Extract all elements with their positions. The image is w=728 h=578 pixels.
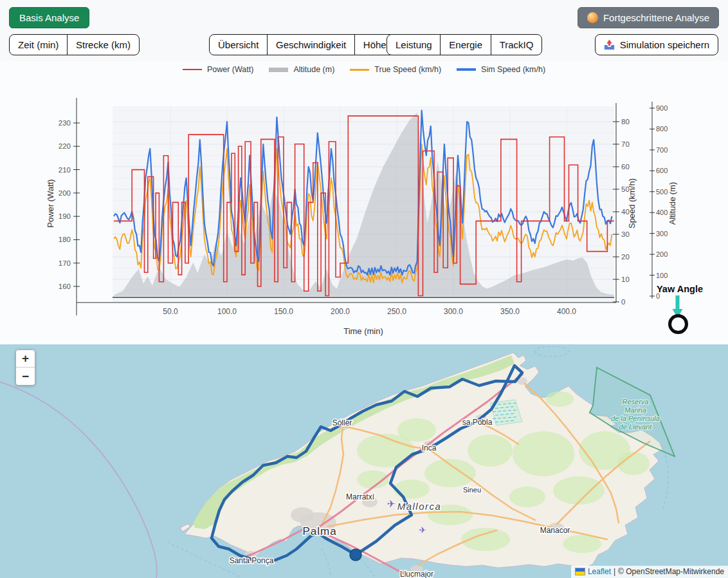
map-label-inca: Inca [422, 443, 437, 452]
speed-tick: 20 [621, 253, 630, 261]
altitude-tick: 700 [656, 146, 668, 154]
map-label-santa-pon-a: Santa Ponça [230, 556, 274, 565]
time-tick: 200.0 [331, 307, 350, 316]
time-tick: 250.0 [387, 307, 406, 316]
altitude-tick: 100 [656, 272, 668, 279]
legend-item-sim-speed-km-h[interactable]: Sim Speed (km/h) [457, 65, 545, 74]
map-zoom-out-button[interactable]: − [16, 368, 35, 385]
altitude-tick: 800 [656, 125, 668, 133]
legend-item-power-watt[interactable]: Power (Watt) [183, 65, 253, 74]
speed-tick: 60 [621, 163, 630, 171]
yaw-angle-label: Yaw Angle [653, 284, 706, 294]
legend-label: True Speed (km/h) [374, 65, 441, 74]
power-tick: 170 [59, 259, 71, 267]
map-zoom-control: + − [15, 350, 35, 386]
map-label-sa-pobla: sa Pobla [462, 418, 493, 427]
speed-tick: 80 [621, 118, 630, 126]
attribution-separator: | [614, 567, 615, 576]
time-tick: 400.0 [557, 307, 576, 316]
map-label-mallorca: Mallorca [397, 501, 442, 512]
power-tick: 220 [59, 142, 71, 150]
route-start-marker[interactable] [350, 549, 361, 561]
power-tick: 230 [59, 119, 71, 127]
map-attribution: Leaflet | © OpenStreetMap-Mitwirkende [571, 566, 728, 578]
map-label-sineu: Sineu [463, 486, 481, 494]
altitude-tick: 200 [656, 250, 668, 258]
altitude-tick: 900 [656, 104, 668, 112]
power-axis-title: Power (Watt) [46, 179, 55, 227]
speed-tick: 0 [621, 298, 625, 306]
legend-swatch [457, 68, 476, 71]
map-label-manacor: Manacor [540, 526, 570, 535]
altitude-tick: 400 [656, 209, 668, 216]
legend-label: Altitude (m) [293, 65, 334, 74]
legend-label: Sim Speed (km/h) [481, 65, 545, 74]
app-root: Basis Analyse Fortgeschrittene Analyse Z… [0, 0, 728, 578]
legend-swatch [269, 68, 288, 72]
power-tick: 160 [59, 283, 71, 290]
legend-item-true-speed-km-h[interactable]: True Speed (km/h) [350, 65, 441, 74]
speed-tick: 70 [621, 140, 630, 148]
route-map[interactable]: ✈✈SóllerIncasa PoblaMarratxíSineuMallorc… [0, 344, 728, 578]
yaw-angle-dial[interactable] [668, 314, 688, 334]
leaflet-link[interactable]: Leaflet [588, 567, 611, 576]
speed-axis-title: Speed (km/h) [627, 178, 637, 228]
altitude-tick: 500 [656, 188, 668, 196]
map-label-palma: Palma [302, 525, 336, 537]
power-tick: 200 [59, 189, 71, 197]
legend-label: Power (Watt) [207, 65, 253, 74]
power-tick: 210 [59, 166, 71, 174]
map-label-marratx: Marratxí [346, 492, 375, 501]
airport-icon: ✈ [387, 498, 396, 509]
altitude-tick: 600 [656, 167, 668, 174]
power-tick: 190 [59, 212, 71, 220]
ukraine-flag-icon [575, 568, 585, 575]
legend-swatch [350, 69, 369, 71]
time-tick: 50.0 [163, 307, 178, 316]
altitude-tick: 300 [656, 230, 668, 238]
osm-attribution-link[interactable]: © OpenStreetMap-Mitwirkende [618, 567, 724, 576]
speed-tick: 30 [621, 230, 630, 238]
legend-swatch [183, 69, 202, 70]
time-tick: 300.0 [444, 307, 463, 316]
time-axis-title: Time (min) [343, 326, 383, 336]
map-zoom-in-button[interactable]: + [16, 350, 35, 368]
airport-icon: ✈ [419, 525, 426, 535]
map-label-llucmajor: Llucmajor [400, 570, 433, 578]
power-tick: 180 [59, 236, 71, 243]
time-tick: 100.0 [217, 307, 237, 316]
speed-tick: 10 [621, 275, 630, 283]
map-label-s-ller: Sóller [332, 418, 352, 427]
chart-legend: Power (Watt)Altitude (m)True Speed (km/h… [0, 65, 728, 74]
time-tick: 350.0 [500, 307, 520, 316]
analysis-chart: 1601701801902002102202300102030405060708… [0, 0, 728, 344]
legend-item-altitude-m[interactable]: Altitude (m) [269, 65, 334, 74]
time-tick: 150.0 [274, 307, 293, 316]
altitude-axis-title: Altitude (m) [668, 182, 677, 225]
